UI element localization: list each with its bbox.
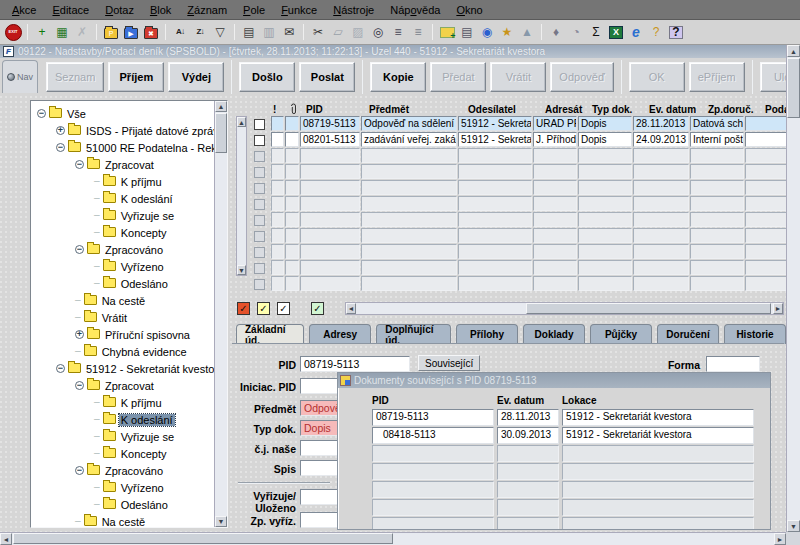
action-button-odpov-[interactable]: Odpověď (550, 62, 613, 92)
related-row[interactable] (372, 445, 757, 462)
tree-item[interactable]: ─Koncepty (33, 224, 213, 241)
record-cell-datum[interactable] (633, 180, 689, 195)
record-cell-zpdoruc[interactable] (690, 180, 744, 195)
tree-item[interactable]: ─Odesláno (33, 275, 213, 292)
expand-icon[interactable]: + (56, 126, 65, 135)
tab-doklady[interactable]: Doklady (523, 324, 585, 344)
record-cell-odesilatel[interactable] (458, 260, 532, 275)
records-hscroll-thumb[interactable] (526, 303, 771, 314)
menu-akce[interactable]: Akce (4, 2, 44, 18)
related-cell[interactable]: 28.11.2013 (497, 409, 559, 426)
record-cell-excl[interactable] (271, 260, 284, 275)
record-row[interactable] (271, 164, 788, 179)
record-cell-excl[interactable] (271, 116, 284, 131)
collapse-icon[interactable]: − (56, 143, 65, 152)
record-cell-clip[interactable] (285, 276, 299, 291)
record-cell-zpdoruc[interactable] (690, 260, 744, 275)
record-cell-pid[interactable] (300, 244, 360, 259)
record-cell-podaci[interactable] (745, 260, 787, 275)
record-cell-adresat[interactable] (533, 164, 577, 179)
menu-editace[interactable]: Editace (44, 2, 97, 18)
action-button-v-dej[interactable]: Výdej (168, 62, 224, 92)
related-cell[interactable] (372, 517, 494, 530)
record-cell-excl[interactable] (271, 132, 284, 147)
tree-item[interactable]: +ISDS - Přijaté datové zprávy (33, 122, 213, 139)
related-cell[interactable]: 30.09.2013 (497, 427, 559, 444)
related-cell[interactable] (372, 463, 494, 480)
list-values-icon[interactable]: ≡ (388, 23, 408, 42)
tab-dopl-uj-c-d-[interactable]: Doplňující úd. (376, 324, 451, 344)
record-cell-odesilatel[interactable]: 51912 - Sekretariá (458, 116, 532, 131)
record-cell-podaci[interactable] (745, 244, 787, 259)
record-cell-typ[interactable]: Dopis (578, 116, 632, 131)
record-row[interactable] (271, 180, 788, 195)
tree-item[interactable]: ─Na cestě (33, 292, 213, 309)
record-cell-excl[interactable] (271, 196, 284, 211)
record-cell-pid[interactable] (300, 180, 360, 195)
collapse-icon[interactable]: − (37, 109, 46, 118)
record-cell-zpdoruc[interactable] (690, 244, 744, 259)
clear-record-icon[interactable]: ✗ (72, 23, 92, 42)
action-button-p-jem[interactable]: Příjem (108, 62, 164, 92)
record-cell-pid[interactable] (300, 228, 360, 243)
record-row[interactable] (271, 260, 788, 275)
record-cell-datum[interactable] (633, 260, 689, 275)
record-cell-odesilatel[interactable]: 51912 - Sekretariá (458, 132, 532, 147)
record-cell-clip[interactable] (285, 148, 299, 163)
tree-item[interactable]: −Vše (33, 105, 213, 122)
record-list-icon[interactable]: ≡ (408, 23, 428, 42)
record-cell-excl[interactable] (271, 180, 284, 195)
record-cell-adresat[interactable] (533, 196, 577, 211)
execute-query-icon[interactable]: ▶ (121, 23, 141, 42)
record-cell-excl[interactable] (271, 212, 284, 227)
records-scroll-left[interactable]: ◄ (346, 303, 356, 314)
main-vscroll-thumb[interactable] (787, 58, 800, 118)
related-cell[interactable] (562, 517, 754, 530)
record-cell-odesilatel[interactable] (458, 228, 532, 243)
record-cell-adresat[interactable] (533, 244, 577, 259)
record-cell-typ[interactable] (578, 212, 632, 227)
flag-red-checkbox[interactable]: ✓ (237, 302, 250, 315)
records-scroll-right[interactable]: ► (773, 303, 783, 314)
record-cell-datum[interactable] (633, 276, 689, 291)
cash-help-icon[interactable]: ? (646, 23, 666, 42)
main-scroll-left[interactable]: ◄ (0, 533, 12, 545)
record-cell-clip[interactable] (285, 164, 299, 179)
main-horizontal-scrollbar[interactable]: ◄ ► (0, 532, 786, 545)
record-cell-zpdoruc[interactable] (690, 276, 744, 291)
record-cell-zpdoruc[interactable] (690, 228, 744, 243)
record-cell-excl[interactable] (271, 228, 284, 243)
record-cell-clip[interactable] (285, 244, 299, 259)
record-cell-pid[interactable] (300, 164, 360, 179)
record-cell-datum[interactable]: 28.11.2013 (633, 116, 689, 131)
tree-scroll-thumb[interactable] (215, 113, 227, 153)
record-cell-adresat[interactable]: J. Příhoda (533, 132, 577, 147)
record-cell-adresat[interactable] (533, 276, 577, 291)
tree-item[interactable]: ─Vrátit (33, 309, 213, 326)
sum-icon[interactable]: Σ (586, 23, 606, 42)
exit-icon[interactable]: EXIT (3, 23, 23, 42)
flag-green-checkbox[interactable]: ✓ (311, 302, 324, 315)
record-cell-podaci[interactable] (745, 164, 787, 179)
tree-item[interactable]: −Zpracovat (33, 156, 213, 173)
main-scroll-up[interactable]: ▲ (787, 45, 800, 57)
print-setup-icon[interactable]: ▥ (259, 23, 279, 42)
record-cell-podaci[interactable] (745, 276, 787, 291)
enter-query-icon[interactable]: P (101, 23, 121, 42)
record-row[interactable]: 08201-5113zadávání veřej. zakáz51912 - S… (271, 132, 788, 147)
record-cell-datum[interactable] (633, 228, 689, 243)
menu-okno[interactable]: Okno (448, 2, 490, 18)
record-cell-datum[interactable] (633, 244, 689, 259)
tree-item[interactable]: ─Na cestě (33, 513, 213, 528)
record-cell-podaci[interactable] (745, 228, 787, 243)
insert-record-icon[interactable]: + (32, 23, 52, 42)
record-row[interactable] (271, 244, 788, 259)
record-cell-predmet[interactable] (361, 244, 457, 259)
record-row[interactable] (271, 228, 788, 243)
record-row[interactable] (271, 276, 788, 291)
main-scroll-right[interactable]: ► (774, 533, 786, 545)
record-cell-pid[interactable] (300, 276, 360, 291)
print-icon[interactable]: ▤ (239, 23, 259, 42)
record-cell-predmet[interactable] (361, 180, 457, 195)
record-cell-pid[interactable] (300, 260, 360, 275)
